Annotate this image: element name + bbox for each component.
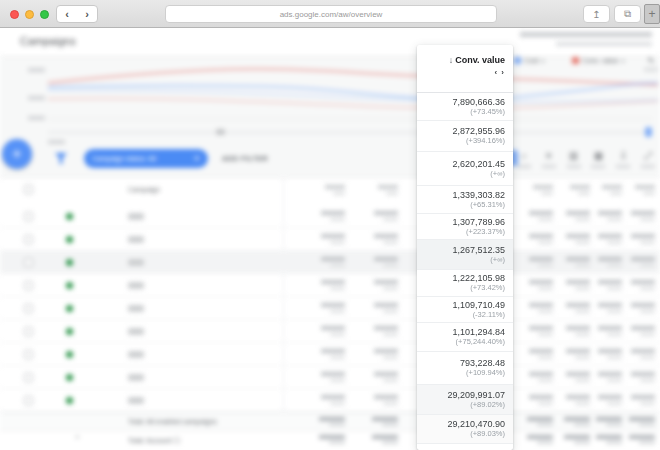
- table-row: [0, 389, 660, 412]
- value-bar: [631, 372, 655, 376]
- value-bar: [529, 372, 553, 376]
- conv-value-cell: 1,267,512.35 (+∞): [417, 240, 513, 270]
- row-checkbox[interactable]: [24, 281, 33, 290]
- address-bar[interactable]: ads.google.com/aw/overview: [165, 5, 497, 23]
- value-bar: [374, 257, 398, 261]
- delta-bar: [575, 356, 590, 359]
- value-bar: [631, 395, 655, 399]
- expand-up-icon[interactable]: ⌃: [74, 435, 81, 444]
- delta-bar: [640, 264, 655, 267]
- conv-value-amount: 7,890,666.36: [452, 97, 505, 107]
- value-bar: [529, 234, 553, 238]
- nav-buttons: ‹ ›: [56, 5, 98, 23]
- row-checkbox[interactable]: [24, 327, 33, 336]
- close-window-button[interactable]: [10, 10, 19, 19]
- total-value-bar: [564, 435, 590, 439]
- campaign-name-blurred[interactable]: [128, 259, 144, 266]
- conv-value-delta: (+75,244.40%): [456, 338, 505, 347]
- delta-bar: [330, 218, 345, 221]
- sort-descending-icon: ↓: [449, 55, 454, 65]
- value-bar: [598, 303, 622, 307]
- delta-bar: [330, 241, 345, 244]
- conv-value-amount: 1,222,105.98: [452, 273, 505, 283]
- value-bar: [566, 257, 590, 261]
- value-bar: [374, 395, 398, 399]
- column-resize-icon[interactable]: ‹ ›: [417, 68, 505, 77]
- row-checkbox[interactable]: [24, 235, 33, 244]
- total-value-bar: [564, 417, 590, 421]
- campaign-name-blurred[interactable]: [128, 374, 144, 381]
- enabled-status-dot[interactable]: [66, 374, 73, 381]
- total-value-bar: [629, 417, 655, 421]
- conv-value-cell: 29,210,470.90 (+89.03%): [417, 415, 513, 444]
- new-tab-button[interactable]: +: [644, 4, 660, 24]
- page-content: Campaigns Cost ▾ Conv. value ▾ ✎: [0, 29, 660, 450]
- enabled-status-dot[interactable]: [66, 282, 73, 289]
- total-delta-bar: [537, 441, 553, 444]
- enabled-status-dot[interactable]: [66, 305, 73, 312]
- enabled-status-dot[interactable]: [66, 259, 73, 266]
- conv-value-amount: 1,101,294.84: [452, 327, 505, 337]
- minimize-window-button[interactable]: [25, 10, 34, 19]
- table-row: [0, 251, 660, 274]
- total-delta-bar: [329, 423, 345, 426]
- total-delta-bar: [639, 441, 655, 444]
- value-bar: [321, 372, 345, 376]
- total-row-label: Total: All enabled campaigns: [128, 418, 217, 425]
- row-checkbox[interactable]: [24, 258, 33, 267]
- conv-value-header-label: Conv. value: [455, 55, 505, 65]
- delta-bar: [640, 356, 655, 359]
- campaign-name-blurred[interactable]: [128, 397, 144, 404]
- row-checkbox[interactable]: [24, 212, 33, 221]
- forward-button[interactable]: ›: [85, 9, 89, 20]
- enabled-status-dot[interactable]: [66, 236, 73, 243]
- value-bar: [321, 257, 345, 261]
- conv-value-cell: 1,222,105.98 (+73.42%): [417, 270, 513, 297]
- conv-value-delta: (+89.03%): [470, 430, 505, 439]
- campaign-name-blurred[interactable]: [128, 328, 144, 335]
- table-row: [0, 205, 660, 228]
- row-checkbox[interactable]: [24, 373, 33, 382]
- enabled-status-dot[interactable]: [66, 213, 73, 220]
- row-checkbox[interactable]: [24, 396, 33, 405]
- enabled-status-dot[interactable]: [66, 328, 73, 335]
- conv-value-delta: (+73.42%): [470, 284, 505, 293]
- zoom-window-button[interactable]: [40, 10, 49, 19]
- share-icon: ↥: [592, 9, 600, 20]
- tab-overview-button[interactable]: ⧉: [614, 5, 641, 23]
- campaign-name-blurred[interactable]: [128, 282, 144, 289]
- value-bar: [374, 280, 398, 284]
- share-button[interactable]: ↥: [583, 5, 610, 23]
- table-row: [0, 343, 660, 366]
- value-bar: [321, 395, 345, 399]
- delta-bar: [640, 287, 655, 290]
- url-text: ads.google.com/aw/overview: [280, 10, 383, 19]
- value-bar: [566, 349, 590, 353]
- conv-value-delta: (+65.31%): [470, 201, 505, 210]
- conv-value-delta: (+89.02%): [470, 401, 505, 410]
- back-button[interactable]: ‹: [65, 9, 69, 20]
- delta-bar: [330, 379, 345, 382]
- value-bar: [598, 257, 622, 261]
- campaign-name-blurred[interactable]: [128, 305, 144, 312]
- delta-bar: [330, 402, 345, 405]
- conv-value-column-header[interactable]: ↓Conv. value ‹ ›: [417, 45, 513, 93]
- total-delta-bar: [537, 423, 553, 426]
- value-bar: [566, 395, 590, 399]
- value-bar: [598, 326, 622, 330]
- value-bar: [631, 234, 655, 238]
- enabled-status-dot[interactable]: [66, 351, 73, 358]
- conv-value-cell: 1,101,294.84 (+75,244.40%): [417, 323, 513, 352]
- enabled-status-dot[interactable]: [66, 397, 73, 404]
- row-checkbox[interactable]: [24, 304, 33, 313]
- delta-bar: [575, 264, 590, 267]
- campaign-name-blurred[interactable]: [128, 351, 144, 358]
- campaign-name-blurred[interactable]: [128, 236, 144, 243]
- total-value-bar: [527, 417, 553, 421]
- table-row: [0, 320, 660, 343]
- value-bar: [598, 395, 622, 399]
- value-bar: [566, 326, 590, 330]
- row-checkbox[interactable]: [24, 350, 33, 359]
- campaign-name-blurred[interactable]: [128, 213, 144, 220]
- value-bar: [631, 280, 655, 284]
